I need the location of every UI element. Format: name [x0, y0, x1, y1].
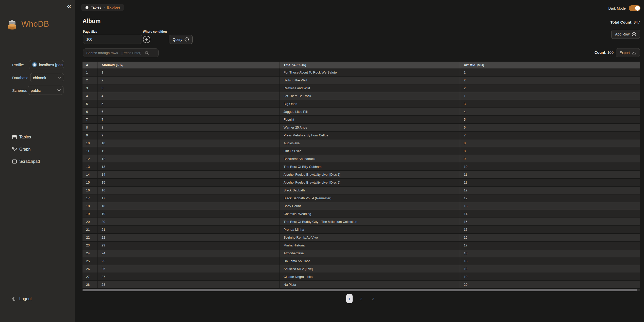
cell-artistid[interactable]: 3	[460, 100, 640, 108]
cell-title[interactable]: Balls to the Wall	[280, 76, 460, 84]
cell-artistid[interactable]: 1	[460, 68, 640, 76]
cell-title[interactable]: Plays Metallica By Four Cellos	[280, 131, 460, 139]
cell-title[interactable]: Alcohol Fueled Brewtality Live! [Disc 1]	[280, 171, 460, 178]
cell-artistid[interactable]: 19	[460, 273, 640, 281]
cell-index[interactable]: 22	[82, 234, 98, 241]
cell-title[interactable]: Chemical Wedding	[280, 210, 460, 218]
page-button-2[interactable]: 2	[358, 294, 365, 303]
cell-artistid[interactable]: 11	[460, 178, 640, 186]
sidebar-item-graph[interactable]: Graph	[12, 147, 30, 152]
cell-title[interactable]: Jagged Little Pill	[280, 108, 460, 116]
cell-albumid[interactable]: 5	[98, 100, 280, 108]
sidebar-item-tables[interactable]: Tables	[12, 135, 31, 139]
cell-albumid[interactable]: 9	[98, 131, 280, 139]
search-input[interactable]: Search through rows [Press Enter]	[83, 48, 159, 57]
cell-title[interactable]: Prenda Minha	[280, 226, 460, 234]
column-header-index[interactable]: #	[82, 62, 98, 68]
cell-index[interactable]: 21	[82, 226, 98, 234]
page-button-3[interactable]: 3	[370, 294, 376, 303]
profile-select[interactable]: localhost [post	[29, 60, 64, 69]
cell-albumid[interactable]: 19	[98, 210, 280, 218]
column-header-artistid[interactable]: ArtistId[INT4]	[460, 62, 640, 68]
cell-artistid[interactable]: 8	[460, 147, 640, 155]
cell-index[interactable]: 20	[82, 218, 98, 226]
cell-title[interactable]: Sozinho Remix Ao Vivo	[280, 234, 460, 241]
cell-albumid[interactable]: 18	[98, 202, 280, 210]
cell-albumid[interactable]: 11	[98, 147, 280, 155]
cell-title[interactable]: Acústico MTV [Live]	[280, 265, 460, 273]
cell-index[interactable]: 13	[82, 163, 98, 171]
cell-albumid[interactable]: 28	[98, 281, 280, 289]
cell-title[interactable]: BackBeat Soundtrack	[280, 155, 460, 163]
cell-albumid[interactable]: 26	[98, 265, 280, 273]
column-header-albumid[interactable]: AlbumId[INT4]	[98, 62, 280, 68]
cell-artistid[interactable]: 8	[460, 139, 640, 147]
cell-artistid[interactable]: 6	[460, 123, 640, 131]
cell-artistid[interactable]: 17	[460, 241, 640, 249]
cell-title[interactable]: Da Lama Ao Caos	[280, 257, 460, 265]
cell-title[interactable]: Body Count	[280, 202, 460, 210]
sidebar-collapse-button[interactable]: «	[67, 3, 71, 10]
cell-index[interactable]: 27	[82, 273, 98, 281]
cell-index[interactable]: 25	[82, 257, 98, 265]
cell-albumid[interactable]: 23	[98, 241, 280, 249]
cell-artistid[interactable]: 18	[460, 249, 640, 257]
cell-artistid[interactable]: 4	[460, 108, 640, 116]
cell-artistid[interactable]: 15	[460, 218, 640, 226]
cell-artistid[interactable]: 12	[460, 186, 640, 194]
cell-index[interactable]: 7	[82, 116, 98, 123]
cell-artistid[interactable]: 12	[460, 194, 640, 202]
page-size-input[interactable]	[83, 35, 142, 44]
cell-albumid[interactable]: 4	[98, 92, 280, 100]
cell-title[interactable]: Na Pista	[280, 281, 460, 289]
column-header-title[interactable]: Title[VARCHAR]	[280, 62, 460, 68]
cell-title[interactable]: Afrociberdelia	[280, 249, 460, 257]
cell-albumid[interactable]: 7	[98, 116, 280, 123]
cell-artistid[interactable]: 9	[460, 155, 640, 163]
cell-artistid[interactable]: 20	[460, 281, 640, 289]
database-select[interactable]: chinook	[30, 73, 64, 82]
cell-index[interactable]: 24	[82, 249, 98, 257]
cell-albumid[interactable]: 8	[98, 123, 280, 131]
cell-index[interactable]: 3	[82, 84, 98, 92]
cell-artistid[interactable]: 5	[460, 116, 640, 123]
cell-index[interactable]: 17	[82, 194, 98, 202]
cell-title[interactable]: Let There Be Rock	[280, 92, 460, 100]
cell-index[interactable]: 19	[82, 210, 98, 218]
add-row-button[interactable]: Add Row	[611, 30, 640, 39]
cell-index[interactable]: 11	[82, 147, 98, 155]
cell-title[interactable]: The Best Of Billy Cobham	[280, 163, 460, 171]
cell-title[interactable]: Big Ones	[280, 100, 460, 108]
cell-index[interactable]: 18	[82, 202, 98, 210]
cell-albumid[interactable]: 10	[98, 139, 280, 147]
export-button[interactable]: Export	[616, 48, 640, 57]
cell-index[interactable]: 12	[82, 155, 98, 163]
cell-title[interactable]: The Best Of Buddy Guy - The Millenium Co…	[280, 218, 460, 226]
cell-artistid[interactable]: 19	[460, 265, 640, 273]
cell-title[interactable]: Warner 25 Anos	[280, 123, 460, 131]
cell-title[interactable]: Alcohol Fueled Brewtality Live! [Disc 2]	[280, 178, 460, 186]
cell-title[interactable]: Audioslave	[280, 139, 460, 147]
breadcrumb-item-tables[interactable]: Tables	[91, 5, 101, 9]
cell-artistid[interactable]: 13	[460, 202, 640, 210]
cell-index[interactable]: 8	[82, 123, 98, 131]
dark-mode-toggle[interactable]	[629, 5, 640, 11]
breadcrumb-item-explore[interactable]: Explore	[107, 5, 120, 9]
cell-index[interactable]: 5	[82, 100, 98, 108]
cell-title[interactable]: Facelift	[280, 116, 460, 123]
cell-artistid[interactable]: 10	[460, 163, 640, 171]
cell-title[interactable]: Out Of Exile	[280, 147, 460, 155]
cell-index[interactable]: 16	[82, 186, 98, 194]
logout-button[interactable]: Logout	[12, 297, 32, 301]
cell-index[interactable]: 9	[82, 131, 98, 139]
schema-select[interactable]: public	[28, 86, 63, 95]
cell-title[interactable]: Cidade Negra - Hits	[280, 273, 460, 281]
cell-albumid[interactable]: 14	[98, 171, 280, 178]
cell-title[interactable]: Restless and Wild	[280, 84, 460, 92]
cell-index[interactable]: 15	[82, 178, 98, 186]
cell-artistid[interactable]: 18	[460, 257, 640, 265]
cell-albumid[interactable]: 12	[98, 155, 280, 163]
cell-index[interactable]: 26	[82, 265, 98, 273]
cell-title[interactable]: Minha Historia	[280, 241, 460, 249]
cell-index[interactable]: 4	[82, 92, 98, 100]
